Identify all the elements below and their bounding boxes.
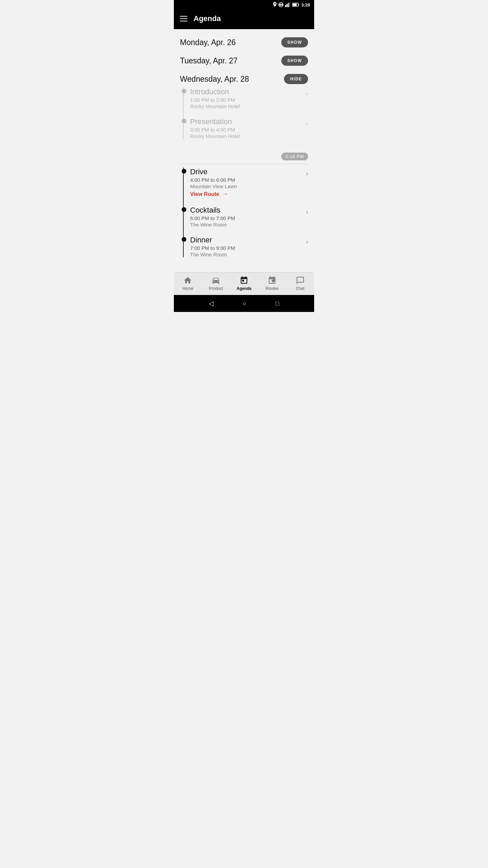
timeline-active: Drive 4:00 PM to 6:00 PM Mountain View L… <box>180 167 308 257</box>
drive-title: Drive <box>190 167 299 176</box>
bottom-navigation: Home Product Agenda Routes Chat <box>174 272 314 295</box>
home-button[interactable]: ○ <box>243 300 246 307</box>
presentation-arrow: › <box>306 120 308 127</box>
introduction-title: Introduction <box>190 87 299 96</box>
svg-rect-10 <box>292 4 297 6</box>
product-nav-label: Product <box>209 286 223 291</box>
current-events: Drive 4:00 PM to 6:00 PM Mountain View L… <box>174 167 314 269</box>
wednesday-hide-button[interactable]: HIDE <box>284 74 308 84</box>
time-divider-section: 3:28 PM <box>174 153 314 164</box>
dinner-time: 7:00 PM to 9:00 PM <box>190 245 299 251</box>
svg-rect-7 <box>289 2 290 7</box>
menu-button[interactable] <box>180 16 187 21</box>
nav-routes[interactable]: Routes <box>262 276 282 291</box>
current-time-badge: 3:28 PM <box>281 153 308 160</box>
drive-time: 4:00 PM to 6:00 PM <box>190 177 299 183</box>
nav-agenda[interactable]: Agenda <box>234 276 254 291</box>
svg-rect-6 <box>288 3 289 7</box>
timeline-line-active <box>183 167 184 257</box>
view-route-label: View Route <box>190 191 219 197</box>
svg-rect-9 <box>298 4 299 6</box>
drive-event[interactable]: Drive 4:00 PM to 6:00 PM Mountain View L… <box>190 167 308 198</box>
status-icons: 3:28 <box>273 2 310 7</box>
chat-nav-label: Chat <box>296 286 304 291</box>
introduction-location: Rocky Mountain Hotel <box>190 103 299 109</box>
presentation-time: 3:00 PM to 4:00 PM <box>190 127 299 133</box>
routes-nav-label: Routes <box>266 286 279 291</box>
presentation-title: Presentation <box>190 117 299 126</box>
cocktails-event[interactable]: Cocktails 6:00 PM to 7:00 PM The Wine Ro… <box>190 206 308 228</box>
dinner-title: Dinner <box>190 236 299 244</box>
timeline-divider <box>180 164 308 164</box>
presentation-event[interactable]: Presentation 3:00 PM to 4:00 PM Rocky Mo… <box>190 117 308 139</box>
drive-location: Mountain View Lawn <box>190 183 299 189</box>
dinner-event[interactable]: Dinner 7:00 PM to 9:00 PM The Wine Room … <box>190 236 308 257</box>
svg-rect-2 <box>279 3 279 6</box>
svg-rect-3 <box>283 3 283 6</box>
introduction-time: 1:00 PM to 2:00 PM <box>190 97 299 103</box>
android-nav-bar: ◁ ○ □ <box>174 295 314 312</box>
timeline-line-faded <box>183 87 184 139</box>
svg-rect-5 <box>286 4 287 7</box>
cocktails-arrow: › <box>306 209 308 216</box>
home-icon <box>183 276 192 285</box>
cocktails-dot <box>182 207 186 212</box>
page-title: Agenda <box>194 14 221 23</box>
dinner-location: The Wine Room <box>190 252 299 257</box>
svg-rect-1 <box>280 4 282 6</box>
presentation-location: Rocky Mountain Hotel <box>190 133 299 139</box>
status-time: 3:28 <box>301 2 310 7</box>
location-icon <box>273 2 277 7</box>
app-header: Agenda <box>174 9 314 29</box>
monday-section: Monday, Apr. 26 SHOW <box>174 33 314 51</box>
tuesday-show-button[interactable]: SHOW <box>281 56 308 66</box>
cocktails-location: The Wine Room <box>190 222 299 228</box>
vibrate-icon <box>279 2 283 7</box>
presentation-dot <box>182 119 186 123</box>
drive-arrow: › <box>306 170 308 177</box>
dinner-dot <box>182 237 186 242</box>
product-icon <box>211 276 220 285</box>
cocktails-time: 6:00 PM to 7:00 PM <box>190 215 299 221</box>
recents-button[interactable]: □ <box>276 300 279 307</box>
monday-label: Monday, Apr. 26 <box>180 38 236 47</box>
tuesday-label: Tuesday, Apr. 27 <box>180 56 238 65</box>
introduction-event[interactable]: Introduction 1:00 PM to 2:00 PM Rocky Mo… <box>190 87 308 109</box>
back-button[interactable]: ◁ <box>209 300 214 307</box>
introduction-dot <box>182 89 186 94</box>
status-bar: 3:28 <box>174 0 314 9</box>
timeline-faded: Introduction 1:00 PM to 2:00 PM Rocky Mo… <box>180 87 308 139</box>
home-nav-label: Home <box>182 286 193 291</box>
cocktails-title: Cocktails <box>190 206 299 215</box>
introduction-arrow: › <box>306 90 308 97</box>
view-route-row[interactable]: View Route → <box>190 191 299 198</box>
view-route-arrow-icon: → <box>222 191 228 198</box>
monday-show-button[interactable]: SHOW <box>281 37 308 47</box>
nav-chat[interactable]: Chat <box>290 276 310 291</box>
agenda-icon <box>240 276 248 285</box>
wednesday-section: Wednesday, Apr. 28 HIDE <box>174 69 314 87</box>
nav-product[interactable]: Product <box>206 276 226 291</box>
routes-icon <box>268 276 277 285</box>
wednesday-events: Introduction 1:00 PM to 2:00 PM Rocky Mo… <box>174 87 314 151</box>
signal-icon <box>285 2 290 7</box>
nav-home[interactable]: Home <box>178 276 198 291</box>
wednesday-label: Wednesday, Apr. 28 <box>180 75 249 84</box>
battery-icon <box>292 3 300 7</box>
svg-rect-4 <box>285 5 286 7</box>
tuesday-section: Tuesday, Apr. 27 SHOW <box>174 51 314 69</box>
chat-icon <box>296 276 305 285</box>
dinner-arrow: › <box>306 238 308 245</box>
agenda-content: Monday, Apr. 26 SHOW Tuesday, Apr. 27 SH… <box>174 29 314 272</box>
agenda-nav-label: Agenda <box>237 286 251 291</box>
drive-dot <box>182 169 186 174</box>
